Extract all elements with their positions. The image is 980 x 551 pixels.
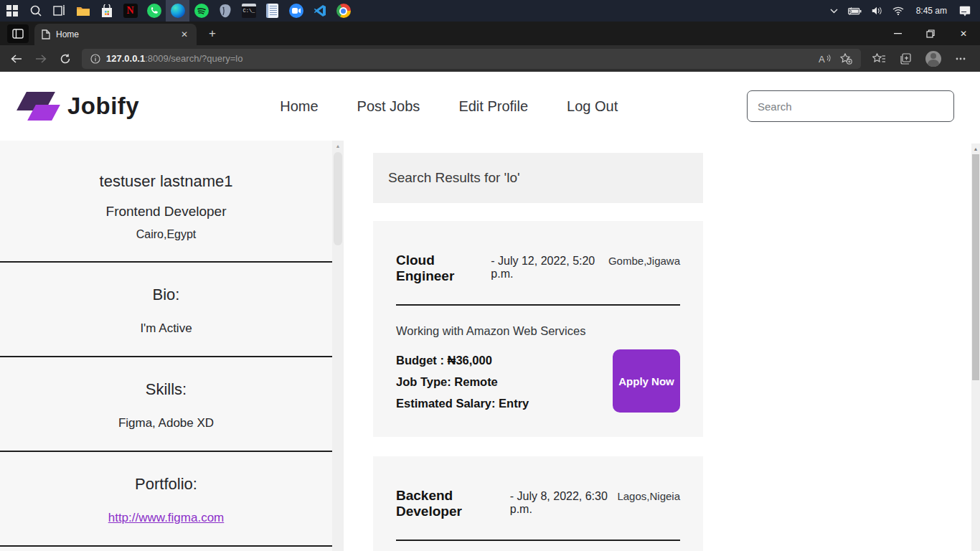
action-center-icon[interactable] bbox=[954, 0, 976, 22]
file-explorer-icon[interactable] bbox=[71, 0, 95, 22]
bio-value: I'm Active bbox=[0, 321, 332, 336]
spotify-icon[interactable] bbox=[189, 0, 213, 22]
system-tray: 8:45 am bbox=[825, 0, 980, 22]
job-location: Gombe,Jigawa bbox=[608, 255, 680, 267]
scroll-up-icon[interactable]: ▲ bbox=[332, 143, 344, 149]
scroll-up-icon[interactable]: ▲ bbox=[971, 146, 980, 151]
page-scrollbar-thumb[interactable] bbox=[972, 154, 979, 380]
job-title: Cloud Engineer bbox=[396, 253, 487, 284]
forward-icon[interactable] bbox=[29, 48, 53, 70]
sidebar-scrollbar-thumb[interactable] bbox=[334, 152, 342, 245]
search-input[interactable] bbox=[747, 90, 954, 122]
job-salary: Estimated Salary: Entry bbox=[396, 392, 529, 414]
battery-icon[interactable] bbox=[843, 0, 867, 22]
tray-chevron-icon[interactable] bbox=[825, 0, 843, 22]
divider bbox=[396, 304, 680, 306]
vscode-icon[interactable] bbox=[308, 0, 331, 22]
job-posted-date: - July 12, 2022, 5:20 p.m. bbox=[491, 255, 608, 281]
restore-button[interactable] bbox=[914, 22, 947, 45]
skills-heading: Skills: bbox=[0, 380, 332, 399]
search-icon[interactable] bbox=[24, 0, 47, 22]
nav-link-post-jobs[interactable]: Post Jobs bbox=[357, 98, 420, 115]
minimize-button[interactable] bbox=[881, 22, 914, 45]
apply-now-button[interactable]: Apply Now bbox=[613, 349, 680, 413]
job-title: Backend Developer bbox=[396, 488, 507, 519]
tab-actions-icon[interactable] bbox=[7, 24, 29, 43]
url-text: 127.0.0.1:8009/search/?query=lo bbox=[106, 53, 242, 64]
search-results: Search Results for 'lo' Cloud Engineer -… bbox=[344, 141, 980, 551]
job-budget: Budget : ₦36,000 bbox=[396, 349, 529, 371]
microsoft-store-icon[interactable] bbox=[95, 0, 118, 22]
job-facts: Budget : ₦36,000 Job Type: Remote Estima… bbox=[396, 349, 529, 414]
portfolio-link[interactable]: http://www.figma.com bbox=[108, 511, 225, 524]
divider bbox=[0, 451, 332, 452]
jobify-logo-icon bbox=[14, 88, 60, 125]
browser-tabstrip: Home ✕ + ✕ bbox=[0, 22, 980, 45]
divider bbox=[0, 356, 332, 357]
profile-avatar[interactable] bbox=[920, 48, 947, 70]
skills-value: Figma, Adobe XD bbox=[0, 416, 332, 430]
profile-role: Frontend Developer bbox=[0, 204, 332, 220]
back-icon[interactable] bbox=[4, 48, 29, 70]
read-aloud-icon[interactable]: A bbox=[814, 50, 835, 68]
window-controls: ✕ bbox=[881, 22, 980, 45]
job-card: Backend Developer - July 8, 2022, 6:30 p… bbox=[373, 456, 703, 551]
webpage: Jobify Home Post Jobs Edit Profile Log O… bbox=[0, 72, 980, 551]
sidebar-scrollbar[interactable]: ▲ bbox=[332, 141, 344, 551]
brand[interactable]: Jobify bbox=[14, 88, 139, 125]
screen: N C:\_ bbox=[0, 0, 980, 551]
tab-favicon-page-icon bbox=[42, 29, 50, 39]
nav-link-home[interactable]: Home bbox=[280, 98, 318, 115]
page-scrollbar[interactable]: ▲ ▼ bbox=[971, 143, 980, 551]
netflix-icon[interactable]: N bbox=[118, 0, 142, 22]
taskbar-apps: N C:\_ bbox=[0, 0, 355, 22]
zoom-icon[interactable] bbox=[284, 0, 308, 22]
results-header-band: Search Results for 'lo' bbox=[373, 153, 703, 203]
terminal-icon[interactable]: C:\_ bbox=[237, 0, 260, 22]
task-view-icon[interactable] bbox=[47, 0, 71, 22]
job-description: Working with Amazon Web Services bbox=[396, 324, 680, 338]
divider bbox=[396, 540, 680, 541]
close-window-button[interactable]: ✕ bbox=[947, 22, 980, 45]
profile-location: Cairo,Egypt bbox=[0, 228, 332, 241]
browser-tab-home[interactable]: Home ✕ bbox=[34, 24, 197, 45]
job-location: Lagos,Nigeia bbox=[617, 490, 680, 502]
site-header: Jobify Home Post Jobs Edit Profile Log O… bbox=[0, 72, 980, 141]
tab-title: Home bbox=[56, 29, 178, 39]
bio-heading: Bio: bbox=[0, 286, 332, 304]
postgresql-icon[interactable] bbox=[213, 0, 237, 22]
job-card: Cloud Engineer - July 12, 2022, 5:20 p.m… bbox=[373, 221, 703, 437]
site-nav: Home Post Jobs Edit Profile Log Out bbox=[280, 98, 618, 115]
divider bbox=[0, 545, 332, 547]
add-favorite-icon[interactable] bbox=[835, 50, 857, 68]
favorites-icon[interactable] bbox=[865, 48, 892, 70]
browser-toolbar: 127.0.0.1:8009/search/?query=lo A bbox=[0, 45, 980, 72]
brand-name: Jobify bbox=[67, 93, 139, 120]
profile-name: testuser lastname1 bbox=[0, 172, 332, 191]
new-tab-button[interactable]: + bbox=[202, 24, 222, 44]
collections-icon[interactable] bbox=[892, 48, 920, 70]
start-button-icon[interactable] bbox=[0, 0, 24, 22]
site-info-icon[interactable] bbox=[90, 54, 106, 64]
job-type: Job Type: Remote bbox=[396, 371, 529, 392]
job-posted-date: - July 8, 2022, 6:30 p.m. bbox=[510, 490, 618, 516]
notepad-icon[interactable] bbox=[260, 0, 284, 22]
volume-icon[interactable] bbox=[867, 0, 887, 22]
profile-sidebar: testuser lastname1 Frontend Developer Ca… bbox=[0, 141, 332, 551]
divider bbox=[0, 261, 332, 263]
tab-close-icon[interactable]: ✕ bbox=[178, 28, 191, 41]
nav-link-log-out[interactable]: Log Out bbox=[567, 98, 618, 115]
whatsapp-icon[interactable] bbox=[142, 0, 166, 22]
address-bar[interactable]: 127.0.0.1:8009/search/?query=lo A bbox=[82, 49, 861, 69]
chrome-icon[interactable] bbox=[331, 0, 355, 22]
portfolio-heading: Portfolio: bbox=[0, 475, 332, 494]
wifi-icon[interactable] bbox=[887, 0, 909, 22]
windows-taskbar: N C:\_ bbox=[0, 0, 980, 22]
settings-more-icon[interactable] bbox=[947, 48, 974, 70]
taskbar-clock[interactable]: 8:45 am bbox=[909, 6, 954, 16]
edge-icon[interactable] bbox=[166, 0, 189, 22]
content: testuser lastname1 Frontend Developer Ca… bbox=[0, 141, 980, 551]
refresh-icon[interactable] bbox=[53, 48, 77, 70]
nav-link-edit-profile[interactable]: Edit Profile bbox=[458, 98, 528, 115]
url-host: 127.0.0.1 bbox=[106, 53, 145, 64]
